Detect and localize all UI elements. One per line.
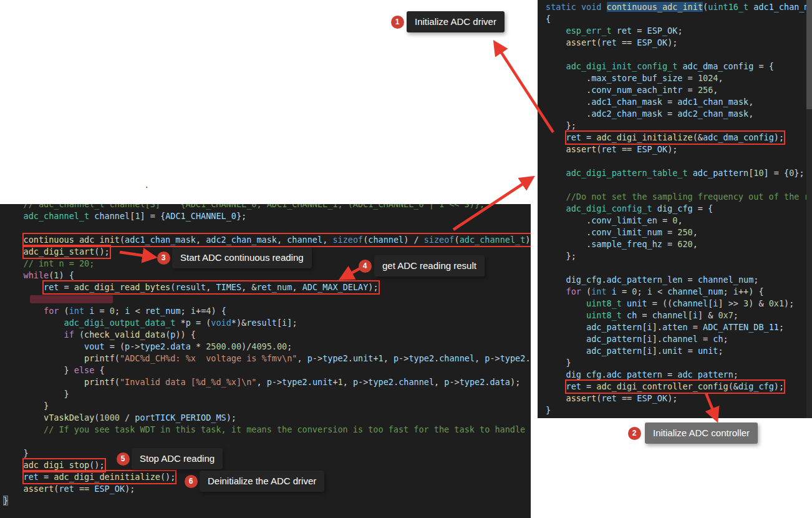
code-line: //Do not set the sampling frequency out … — [546, 191, 812, 203]
code-line: assert(ret == ESP_OK); — [546, 37, 812, 49]
code-line: .sample_freq_hz = 620, — [546, 238, 812, 250]
code-line: adc_pattern[i].channel = ch; — [546, 333, 812, 345]
code-line: .adc2_chan_mask = adc2_chan_mask, — [546, 108, 812, 120]
scrollbar-thumb[interactable] — [806, 0, 812, 109]
code-line: }; — [546, 120, 812, 132]
code-line: dig_cfg.adc_pattern_len = channel_num; — [546, 274, 812, 286]
code-line: } else { — [3, 364, 531, 376]
step-badge-5: 5 — [117, 452, 130, 466]
code-line: vTaskDelay(1000 / portTICK_PERIOD_MS); — [3, 412, 531, 424]
code-line: .adc1_chan_mask = adc1_chan_mask, — [546, 96, 812, 108]
code-line: } — [546, 404, 812, 416]
code-line: if (check_valid_data(p)) { — [3, 329, 531, 341]
code-line: adc_pattern[i].unit = unit; — [546, 345, 812, 357]
code-line: ret = adc_digi_read_bytes(result, TIMES,… — [3, 281, 531, 293]
code-line: adc_pattern[i].atten = ADC_ATTEN_DB_11; — [546, 321, 812, 333]
code-line: printf("Invalid data [%d_%d_%x]\n", p->t… — [3, 376, 531, 388]
code-line — [3, 436, 531, 447]
callout-label: Initialize ADC controller — [645, 423, 758, 444]
code-line: assert(ret == ESP_OK); — [546, 144, 812, 155]
code-line: adc_digi_pattern_table_t adc_pattern[10]… — [546, 167, 812, 179]
step-badge-4: 4 — [359, 260, 372, 273]
callout-label: Start ADC continuous reading — [172, 247, 312, 268]
code-line: uint8_t ch = channel[i] & 0x7; — [546, 310, 812, 321]
code-line: continuous_adc_init(adc1_chan_mask, adc2… — [3, 234, 531, 246]
code-line: static void continuous_adc_init(uint16_t… — [546, 1, 812, 13]
code-line: for (int i = 0; i < ret_num; i+=4) { — [3, 305, 531, 317]
code-line: adc_digi_init_config_t adc_dma_config = … — [546, 61, 812, 72]
code-line: } — [546, 357, 812, 369]
code-line: }; — [546, 250, 812, 262]
code-line — [546, 155, 812, 167]
code-line: esp_err_t ret = ESP_OK; — [546, 25, 812, 37]
step-badge-6: 6 — [185, 475, 198, 488]
code-line: } — [3, 447, 531, 459]
callout-label: Initialize ADC driver — [407, 11, 505, 32]
code-line: // If you see task WDT in this task, it … — [3, 424, 531, 436]
code-line — [546, 262, 812, 274]
right-code-panel[interactable]: static void continuous_adc_init(uint16_t… — [538, 0, 812, 418]
code-line: } — [3, 400, 531, 412]
code-line: ret = adc_digi_initialize(&adc_dma_confi… — [546, 132, 812, 144]
scrollbar-track[interactable] — [806, 0, 812, 418]
screenshot-root: // adc_channel_t channel[3] {ADC1_CHANNE… — [0, 0, 812, 518]
code-line: } — [3, 388, 531, 400]
step-badge-3: 3 — [157, 252, 170, 265]
code-line: ret = adc_digi_controller_config(&dig_cf… — [546, 381, 812, 393]
code-line: adc_digi_config_t dig_cfg = { — [546, 203, 812, 215]
callout-label: Stop ADC reading — [132, 448, 223, 469]
code-line: .max_store_buf_size = 1024, — [546, 72, 812, 84]
right-code: static void continuous_adc_init(uint16_t… — [538, 0, 812, 416]
code-line — [3, 222, 531, 234]
code-line: .conv_limit_en = 0, — [546, 215, 812, 227]
code-line — [546, 179, 812, 191]
stray-dot: . — [145, 180, 148, 190]
callout-label: Deinitialize the ADC driver — [200, 471, 324, 492]
code-line: // adc_channel_t channel[3] {ADC1_CHANNE… — [3, 204, 531, 210]
code-line: uint8_t unit = ((channel[i] >> 3) & 0x1)… — [546, 298, 812, 310]
code-line: adc_digi_output_data_t *p = (void*)&resu… — [3, 317, 531, 329]
code-line: .conv_num_each_intr = 256, — [546, 84, 812, 96]
code-line: } — [3, 495, 531, 507]
code-line: adc_digi_stop(); — [3, 459, 531, 471]
code-line — [546, 49, 812, 61]
code-line: dig_cfg.adc_pattern = adc_pattern; — [546, 369, 812, 381]
code-line: { — [546, 13, 812, 25]
redacted-text — [30, 295, 113, 303]
code-line: printf("ADC%d_CH%d: %x voltage is %fmv\n… — [3, 353, 531, 364]
step-badge-2: 2 — [628, 427, 641, 440]
step-badge-1: 1 — [391, 16, 404, 29]
code-line: for (int i = 0; i < channel_num; i++) { — [546, 286, 812, 298]
code-line: .conv_limit_num = 250, — [546, 227, 812, 238]
code-line — [3, 293, 531, 305]
code-line: vout = (p->type2.data * 2500.00)/4095.00… — [3, 341, 531, 353]
callout-label: get ADC reading result — [374, 255, 485, 276]
code-line: adc_channel_t channel[1] = {ADC1_CHANNEL… — [3, 210, 531, 222]
code-line: assert(ret == ESP_OK); — [546, 393, 812, 404]
